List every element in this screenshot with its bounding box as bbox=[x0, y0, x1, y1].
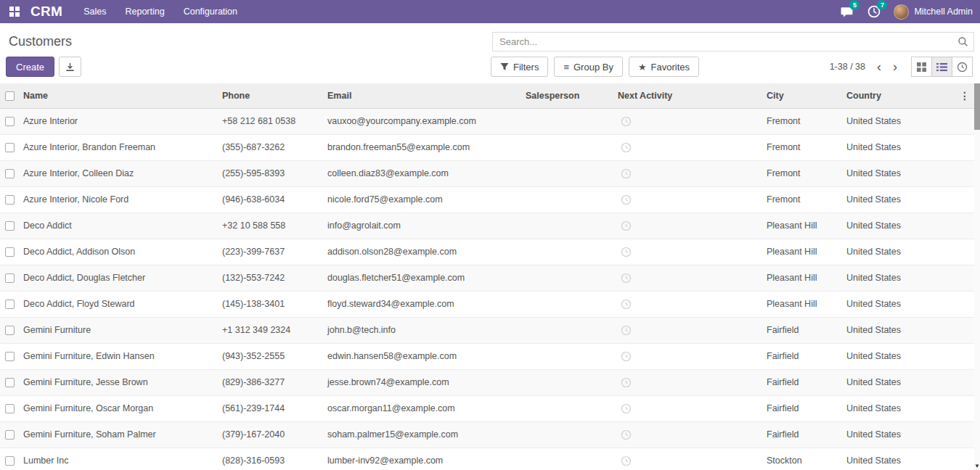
optional-columns-icon[interactable]: ⋮ bbox=[960, 90, 970, 102]
cell-next-activity bbox=[613, 134, 762, 160]
row-checkbox[interactable] bbox=[5, 352, 15, 361]
activity-view-button[interactable] bbox=[952, 57, 973, 77]
control-panel-buttons: Create Filters ≡ Group By ★ Favorites 1-… bbox=[0, 56, 980, 83]
table-header-row: Name Phone Email Salesperson Next Activi… bbox=[0, 83, 974, 108]
cell-next-activity bbox=[613, 369, 762, 395]
no-activity-clock-icon[interactable] bbox=[621, 377, 632, 388]
no-activity-clock-icon[interactable] bbox=[621, 429, 632, 440]
row-checkbox[interactable] bbox=[5, 326, 15, 335]
cell-name: Azure Interior, Nicole Ford bbox=[19, 186, 218, 213]
row-checkbox[interactable] bbox=[5, 221, 15, 231]
table-row[interactable]: Azure Interior, Brandon Freeman (355)-68… bbox=[0, 134, 974, 160]
row-checkbox[interactable] bbox=[5, 247, 15, 257]
cell-filler bbox=[922, 343, 974, 369]
pager-range: 1-38 / 38 bbox=[830, 62, 865, 72]
no-activity-clock-icon[interactable] bbox=[621, 273, 632, 284]
no-activity-clock-icon[interactable] bbox=[621, 351, 632, 362]
search-input[interactable] bbox=[499, 36, 957, 47]
create-button[interactable]: Create bbox=[6, 57, 54, 77]
kanban-icon bbox=[917, 62, 926, 72]
column-header-country[interactable]: Country bbox=[842, 83, 922, 108]
row-checkbox[interactable] bbox=[5, 169, 15, 178]
user-menu[interactable]: Mitchell Admin bbox=[894, 4, 973, 20]
app-name[interactable]: CRM bbox=[30, 4, 62, 20]
row-checkbox[interactable] bbox=[5, 456, 15, 466]
column-header-phone[interactable]: Phone bbox=[218, 83, 323, 108]
no-activity-clock-icon[interactable] bbox=[621, 116, 632, 127]
star-icon: ★ bbox=[638, 62, 647, 72]
row-checkbox[interactable] bbox=[5, 143, 15, 152]
cell-email: jesse.brown74@example.com bbox=[323, 369, 521, 395]
pager-next-button[interactable]: › bbox=[887, 57, 903, 76]
no-activity-clock-icon[interactable] bbox=[621, 299, 632, 310]
list-view-button[interactable] bbox=[931, 57, 952, 77]
table-row[interactable]: Azure Interior, Nicole Ford (946)-638-60… bbox=[0, 186, 974, 213]
select-all-checkbox[interactable] bbox=[5, 91, 15, 101]
table-row[interactable]: Deco Addict, Floyd Steward (145)-138-340… bbox=[0, 291, 974, 317]
cell-salesperson bbox=[521, 160, 613, 186]
row-checkbox[interactable] bbox=[5, 404, 15, 413]
group-by-button[interactable]: ≡ Group By bbox=[554, 57, 623, 77]
cell-next-activity bbox=[613, 291, 762, 317]
no-activity-clock-icon[interactable] bbox=[621, 247, 632, 257]
no-activity-clock-icon[interactable] bbox=[621, 142, 632, 153]
column-header-name[interactable]: Name bbox=[19, 83, 218, 108]
table-row[interactable]: Deco Addict, Addison Olson (223)-399-763… bbox=[0, 239, 974, 265]
cell-next-activity bbox=[613, 108, 762, 134]
filters-button[interactable]: Filters bbox=[491, 57, 548, 77]
column-header-city[interactable]: City bbox=[762, 83, 842, 108]
column-header-email[interactable]: Email bbox=[323, 83, 521, 108]
table-row[interactable]: Gemini Furniture, Jesse Brown (829)-386-… bbox=[0, 369, 974, 395]
cell-salesperson bbox=[521, 448, 613, 470]
no-activity-clock-icon[interactable] bbox=[621, 325, 632, 336]
cell-name: Gemini Furniture, Edwin Hansen bbox=[19, 343, 218, 369]
menu-configuration[interactable]: Configuration bbox=[174, 0, 247, 23]
row-checkbox[interactable] bbox=[5, 273, 15, 283]
page-title: Customers bbox=[9, 34, 72, 49]
menu-sales[interactable]: Sales bbox=[74, 0, 115, 23]
table-row[interactable]: Gemini Furniture, Oscar Morgan (561)-239… bbox=[0, 395, 974, 421]
messages-icon[interactable]: 5 bbox=[838, 4, 854, 20]
cell-city: Pleasant Hill bbox=[762, 213, 842, 239]
search-icon[interactable] bbox=[957, 36, 968, 47]
column-header-salesperson[interactable]: Salesperson bbox=[521, 83, 613, 108]
export-button[interactable] bbox=[59, 57, 81, 77]
cell-filler bbox=[922, 369, 974, 395]
row-checkbox[interactable] bbox=[5, 378, 15, 387]
row-checkbox[interactable] bbox=[5, 117, 15, 126]
no-activity-clock-icon[interactable] bbox=[621, 455, 632, 466]
menu-reporting[interactable]: Reporting bbox=[115, 0, 173, 23]
cell-salesperson bbox=[521, 213, 613, 239]
kanban-view-button[interactable] bbox=[911, 57, 932, 77]
table-row[interactable]: Gemini Furniture, Edwin Hansen (943)-352… bbox=[0, 343, 974, 369]
table-row[interactable]: Gemini Furniture, Soham Palmer (379)-167… bbox=[0, 421, 974, 448]
favorites-button[interactable]: ★ Favorites bbox=[629, 57, 699, 77]
cell-filler bbox=[922, 134, 974, 160]
table-row[interactable]: Azure Interior, Colleen Diaz (255)-595-8… bbox=[0, 160, 974, 186]
scroll-down-arrow[interactable]: ▼ bbox=[974, 462, 980, 470]
pager-previous-button[interactable]: ‹ bbox=[871, 57, 887, 76]
row-checkbox[interactable] bbox=[5, 430, 15, 440]
row-checkbox[interactable] bbox=[5, 300, 15, 309]
no-activity-clock-icon[interactable] bbox=[621, 220, 632, 231]
cell-name: Deco Addict, Addison Olson bbox=[19, 239, 218, 265]
activities-icon[interactable]: 7 bbox=[866, 4, 882, 20]
table-row[interactable]: Deco Addict, Douglas Fletcher (132)-553-… bbox=[0, 265, 974, 291]
vertical-scrollbar[interactable]: ▼ bbox=[974, 83, 980, 470]
table-row[interactable]: Azure Interior +58 212 681 0538 vauxoo@y… bbox=[0, 108, 974, 134]
cell-salesperson bbox=[521, 108, 613, 134]
top-navbar: CRM Sales Reporting Configuration 5 7 Mi… bbox=[0, 0, 980, 23]
scrollbar-thumb[interactable] bbox=[974, 83, 980, 130]
table-row[interactable]: Deco Addict +32 10 588 558 info@agrolait… bbox=[0, 213, 974, 239]
column-header-next-activity[interactable]: Next Activity bbox=[613, 83, 762, 108]
no-activity-clock-icon[interactable] bbox=[621, 168, 632, 179]
apps-menu-icon[interactable] bbox=[6, 3, 23, 20]
row-checkbox[interactable] bbox=[5, 195, 15, 205]
cell-country: United States bbox=[842, 343, 922, 369]
cell-phone: (829)-386-3277 bbox=[218, 369, 323, 395]
no-activity-clock-icon[interactable] bbox=[621, 403, 632, 414]
no-activity-clock-icon[interactable] bbox=[621, 194, 632, 205]
table-row[interactable]: Gemini Furniture +1 312 349 2324 john.b@… bbox=[0, 317, 974, 343]
cell-email: colleen.diaz83@example.com bbox=[323, 160, 521, 186]
table-row[interactable]: Lumber Inc (828)-316-0593 lumber-inv92@e… bbox=[0, 448, 974, 470]
